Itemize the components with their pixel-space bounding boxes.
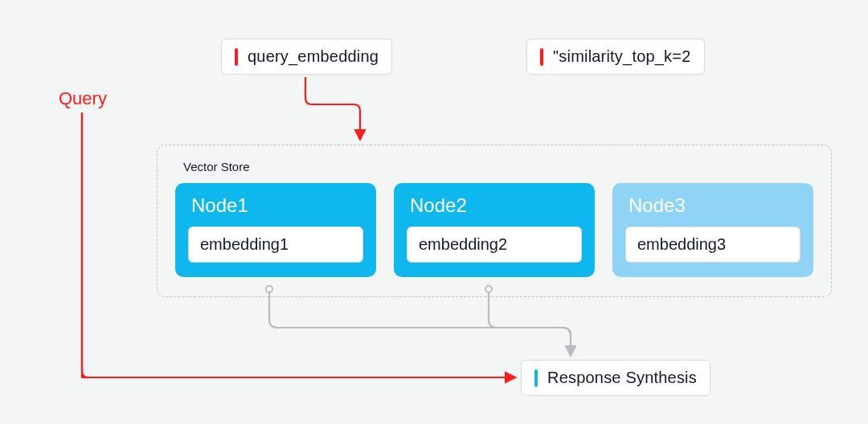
vector-store-title: Vector Store — [183, 160, 813, 173]
query-label: Query — [59, 88, 107, 109]
accent-bar-icon — [534, 369, 538, 387]
node-2-embedding: embedding2 — [407, 226, 582, 263]
connector-node1-to-response — [269, 292, 571, 355]
node-1: Node1 embedding1 — [175, 183, 376, 277]
response-synthesis-box: Response Synthesis — [521, 360, 710, 396]
response-synthesis-text: Response Synthesis — [547, 369, 697, 387]
node-3-title: Node3 — [628, 194, 800, 217]
node-2-title: Node2 — [410, 194, 582, 217]
nodes-row: Node1 embedding1 Node2 embedding2 Node3 … — [175, 183, 813, 277]
node-1-embedding: embedding1 — [188, 226, 363, 263]
vector-store-container: Vector Store Node1 embedding1 Node2 embe… — [157, 145, 832, 297]
node-1-title: Node1 — [191, 194, 363, 217]
accent-bar-icon — [235, 48, 238, 66]
node-3-embedding: embedding3 — [625, 226, 800, 263]
node-3: Node3 embedding3 — [612, 183, 813, 277]
query-embedding-text: query_embedding — [248, 47, 379, 66]
similarity-top-k-box: "similarity_top_k=2 — [526, 39, 705, 75]
arrow-query-to-store — [305, 77, 360, 139]
node-2: Node2 embedding2 — [394, 183, 595, 277]
connector-node2-to-response — [489, 292, 571, 355]
query-embedding-box: query_embedding — [221, 39, 392, 75]
similarity-top-k-text: "similarity_top_k=2 — [553, 47, 691, 66]
accent-bar-icon — [540, 48, 543, 66]
